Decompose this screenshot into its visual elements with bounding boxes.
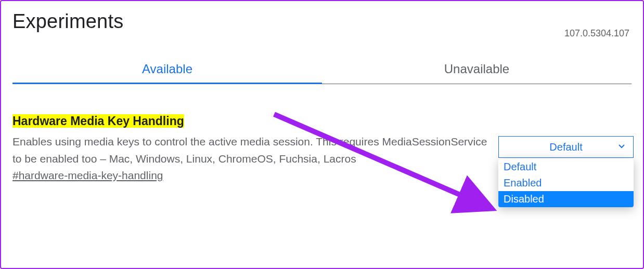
select-option-disabled[interactable]: Disabled bbox=[498, 191, 634, 207]
experiment-title: Hardware Media Key Handling bbox=[12, 114, 184, 128]
page-title: Experiments bbox=[12, 10, 123, 33]
select-option-enabled[interactable]: Enabled bbox=[498, 175, 634, 191]
experiment-description: Enables using media keys to control the … bbox=[12, 133, 488, 167]
version-label: 107.0.5304.107 bbox=[564, 10, 632, 39]
experiment-select[interactable]: Default bbox=[498, 136, 634, 158]
chevron-down-icon bbox=[617, 141, 626, 153]
header: Experiments 107.0.5304.107 bbox=[1, 1, 643, 39]
select-option-default[interactable]: Default bbox=[498, 159, 634, 175]
experiment-row: Hardware Media Key Handling Enables usin… bbox=[1, 84, 643, 182]
tab-bar: Available Unavailable bbox=[12, 57, 632, 84]
experiment-hash-link[interactable]: #hardware-media-key-handling bbox=[12, 169, 163, 182]
experiment-text: Hardware Media Key Handling Enables usin… bbox=[12, 114, 488, 182]
select-current-value: Default bbox=[549, 141, 582, 153]
window-frame: Experiments 107.0.5304.107 Available Una… bbox=[0, 0, 644, 269]
experiment-select-wrap: Default Default Enabled Disabled bbox=[498, 136, 634, 158]
tab-unavailable[interactable]: Unavailable bbox=[322, 57, 632, 84]
tab-available[interactable]: Available bbox=[12, 57, 322, 84]
select-dropdown: Default Enabled Disabled bbox=[498, 159, 634, 207]
